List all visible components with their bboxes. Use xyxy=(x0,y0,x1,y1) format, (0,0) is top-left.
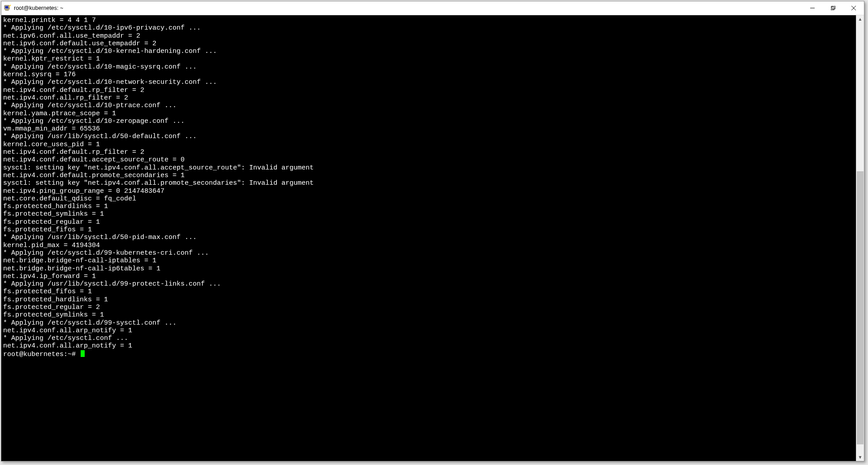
close-button[interactable] xyxy=(843,1,864,15)
terminal-line: net.ipv4.ip_forward = 1 xyxy=(3,273,855,280)
terminal-line: net.ipv4.conf.default.promote_secondarie… xyxy=(3,172,855,179)
terminal-line: * Applying /etc/sysctl.d/10-magic-sysrq.… xyxy=(3,63,855,71)
maximize-button[interactable] xyxy=(823,1,843,15)
terminal-line: fs.protected_regular = 2 xyxy=(3,304,855,311)
window-title: root@kubernetes: ~ xyxy=(14,5,802,11)
putty-icon xyxy=(4,4,11,12)
terminal-line: net.ipv4.ping_group_range = 0 2147483647 xyxy=(3,187,855,195)
terminal-output[interactable]: kernel.printk = 4 4 1 7* Applying /etc/s… xyxy=(1,15,856,461)
terminal-line: * Applying /etc/sysctl.d/99-sysctl.conf … xyxy=(3,319,855,327)
terminal-line: net.ipv6.conf.default.use_tempaddr = 2 xyxy=(3,40,855,48)
terminal-line: * Applying /etc/sysctl.d/10-network-secu… xyxy=(3,78,855,86)
terminal-line: kernel.pid_max = 4194304 xyxy=(3,242,855,249)
terminal-line: fs.protected_fifos = 1 xyxy=(3,288,855,296)
terminal-line: * Applying /etc/sysctl.conf ... xyxy=(3,335,855,342)
terminal-window: root@kubernetes: ~ kernel.printk = 4 4 1… xyxy=(1,1,864,461)
terminal-line: fs.protected_hardlinks = 1 xyxy=(3,203,855,210)
terminal-cursor xyxy=(81,350,85,357)
terminal-line: * Applying /etc/sysctl.d/10-ptrace.conf … xyxy=(3,102,855,109)
terminal-line: net.ipv4.conf.default.rp_filter = 2 xyxy=(3,148,855,156)
terminal-line: * Applying /etc/sysctl.d/10-ipv6-privacy… xyxy=(3,24,855,32)
terminal-line: * Applying /usr/lib/sysctl.d/50-default.… xyxy=(3,133,855,140)
terminal-line: sysctl: setting key "net.ipv4.conf.all.p… xyxy=(3,179,855,187)
scroll-up-arrow-icon[interactable]: ▲ xyxy=(856,15,864,23)
terminal-line: net.ipv6.conf.all.use_tempaddr = 2 xyxy=(3,32,855,40)
svg-rect-2 xyxy=(5,10,9,11)
scroll-thumb[interactable] xyxy=(857,171,864,444)
terminal-prompt: root@kubernetes:~# xyxy=(3,351,80,358)
terminal-line: kernel.yama.ptrace_scope = 1 xyxy=(3,110,855,117)
terminal-line: net.ipv4.conf.default.accept_source_rout… xyxy=(3,156,855,164)
terminal-line: net.ipv4.conf.all.rp_filter = 2 xyxy=(3,94,855,102)
vertical-scrollbar[interactable]: ▲ ▼ xyxy=(856,15,864,461)
terminal-line: * Applying /usr/lib/sysctl.d/50-pid-max.… xyxy=(3,234,855,241)
terminal-line: * Applying /etc/sysctl.d/10-zeropage.con… xyxy=(3,117,855,125)
terminal-line: net.ipv4.conf.all.arp_notify = 1 xyxy=(3,342,855,350)
terminal-line: net.ipv4.conf.all.arp_notify = 1 xyxy=(3,327,855,335)
terminal-line: kernel.printk = 4 4 1 7 xyxy=(3,17,855,24)
terminal-line: * Applying /etc/sysctl.d/10-kernel-harde… xyxy=(3,48,855,55)
terminal-line: * Applying /etc/sysctl.d/99-kubernetes-c… xyxy=(3,249,855,257)
terminal-line: vm.mmap_min_addr = 65536 xyxy=(3,125,855,133)
terminal-line: net.core.default_qdisc = fq_codel xyxy=(3,195,855,203)
terminal-line: fs.protected_symlinks = 1 xyxy=(3,210,855,218)
terminal-line: fs.protected_regular = 1 xyxy=(3,218,855,226)
terminal-line: net.bridge.bridge-nf-call-iptables = 1 xyxy=(3,257,855,265)
terminal-client-area: kernel.printk = 4 4 1 7* Applying /etc/s… xyxy=(1,15,864,461)
terminal-line: fs.protected_fifos = 1 xyxy=(3,226,855,234)
window-titlebar: root@kubernetes: ~ xyxy=(1,1,864,15)
terminal-prompt-line[interactable]: root@kubernetes:~# xyxy=(3,350,855,358)
terminal-line: net.bridge.bridge-nf-call-ip6tables = 1 xyxy=(3,265,855,273)
terminal-line: * Applying /usr/lib/sysctl.d/99-protect-… xyxy=(3,280,855,288)
window-controls xyxy=(802,1,864,15)
terminal-line: fs.protected_symlinks = 1 xyxy=(3,311,855,319)
terminal-line: kernel.kptr_restrict = 1 xyxy=(3,55,855,63)
svg-rect-4 xyxy=(832,6,835,9)
minimize-button[interactable] xyxy=(802,1,823,15)
terminal-line: fs.protected_hardlinks = 1 xyxy=(3,296,855,304)
terminal-line: kernel.core_uses_pid = 1 xyxy=(3,141,855,148)
terminal-line: net.ipv4.conf.default.rp_filter = 2 xyxy=(3,87,855,94)
svg-rect-3 xyxy=(831,7,834,10)
scroll-down-arrow-icon[interactable]: ▼ xyxy=(856,453,864,461)
terminal-line: kernel.sysrq = 176 xyxy=(3,71,855,78)
terminal-line: sysctl: setting key "net.ipv4.conf.all.a… xyxy=(3,164,855,172)
